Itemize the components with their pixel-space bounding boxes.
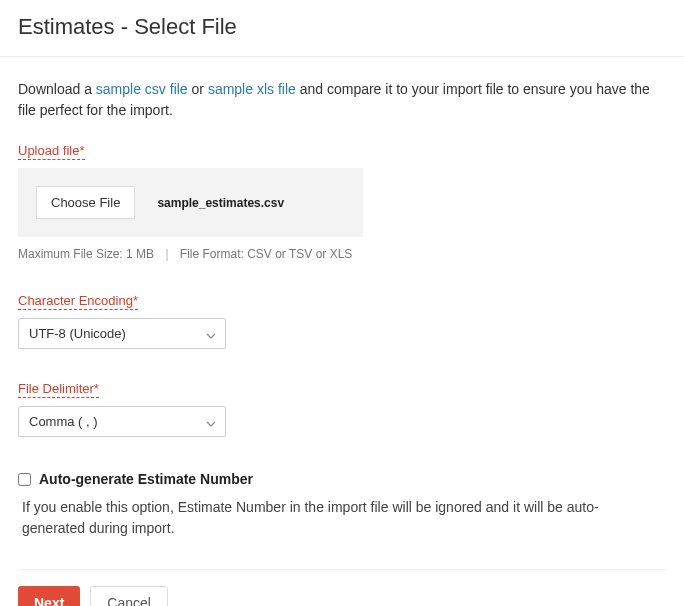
cancel-button[interactable]: Cancel <box>90 586 168 606</box>
autogen-label: Auto-generate Estimate Number <box>39 471 253 487</box>
sample-xls-link[interactable]: sample xls file <box>208 81 296 97</box>
encoding-section: Character Encoding* UTF-8 (Unicode) <box>18 291 666 349</box>
upload-file-label: Upload file* <box>18 143 85 160</box>
delimiter-select-wrap: Comma ( , ) <box>18 406 226 437</box>
intro-text-1: Download a <box>18 81 96 97</box>
delimiter-select[interactable]: Comma ( , ) <box>18 406 226 437</box>
next-button[interactable]: Next <box>18 586 80 606</box>
encoding-select[interactable]: UTF-8 (Unicode) <box>18 318 226 349</box>
button-row: Next Cancel <box>18 586 666 606</box>
autogen-checkbox[interactable] <box>18 473 31 486</box>
page-header: Estimates - Select File <box>0 0 684 57</box>
delimiter-label: File Delimiter* <box>18 381 99 398</box>
choose-file-button[interactable]: Choose File <box>36 186 135 219</box>
encoding-select-wrap: UTF-8 (Unicode) <box>18 318 226 349</box>
content-area: Download a sample csv file or sample xls… <box>0 57 684 606</box>
upload-section: Upload file* Choose File sample_estimate… <box>18 141 666 261</box>
selected-filename: sample_estimates.csv <box>157 196 284 210</box>
intro-text: Download a sample csv file or sample xls… <box>18 79 666 121</box>
page-title: Estimates - Select File <box>18 14 666 40</box>
delimiter-section: File Delimiter* Comma ( , ) <box>18 379 666 437</box>
max-file-size: Maximum File Size: 1 MB <box>18 247 154 261</box>
footer-divider <box>18 569 666 570</box>
file-format-hint: File Format: CSV or TSV or XLS <box>180 247 353 261</box>
intro-text-2: or <box>188 81 208 97</box>
sample-csv-link[interactable]: sample csv file <box>96 81 188 97</box>
upload-hints: Maximum File Size: 1 MB | File Format: C… <box>18 247 666 261</box>
autogen-help-text: If you enable this option, Estimate Numb… <box>22 497 642 539</box>
autogen-row: Auto-generate Estimate Number <box>18 471 666 487</box>
upload-box: Choose File sample_estimates.csv <box>18 168 363 237</box>
encoding-label: Character Encoding* <box>18 293 138 310</box>
hint-separator: | <box>165 247 168 261</box>
